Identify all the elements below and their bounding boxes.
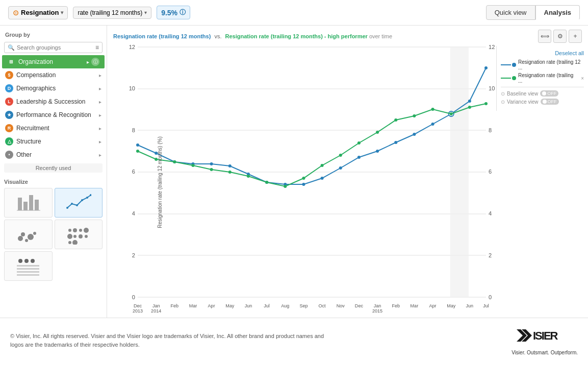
sidebar-item-compensation[interactable]: $ Compensation ▸ xyxy=(0,68,107,82)
chart-tools: ⟺ ⚙ + xyxy=(538,30,582,43)
sidebar-item-other[interactable]: • Other ▸ xyxy=(0,148,107,161)
baseline-toggle-row: ⊙ Baseline view OFF xyxy=(501,90,584,97)
leadership-chevron: ▸ xyxy=(99,99,101,105)
organization-icon: ⊞ xyxy=(7,58,15,66)
sidebar-item-leadership[interactable]: L Leadership & Succession ▸ xyxy=(0,95,107,108)
demographics-label: Demographics xyxy=(16,85,56,92)
svg-point-115 xyxy=(450,112,453,115)
svg-point-93 xyxy=(413,133,416,136)
search-input[interactable] xyxy=(17,44,93,51)
tab-bar: Quick view Analysis xyxy=(486,5,580,20)
svg-text:10: 10 xyxy=(129,85,135,91)
visier-logo-text: ISIER xyxy=(517,325,578,350)
svg-point-12 xyxy=(25,239,28,242)
sidebar-item-performance[interactable]: ★ Performance & Recognition ▸ xyxy=(0,108,107,122)
resignation-icon: ⊙ xyxy=(13,9,19,17)
legend-item-blue: Resignation rate (trailing 12 ... xyxy=(501,59,584,70)
chart-wrapper: Resignation rate (trailing 12 months) (%… xyxy=(138,47,486,318)
viz-heatmap[interactable] xyxy=(4,251,53,281)
legend-line-blue xyxy=(501,64,511,65)
demographics-chevron: ▸ xyxy=(99,86,101,91)
svg-rect-3 xyxy=(35,200,39,210)
legend-green-close[interactable]: × xyxy=(581,76,584,81)
structure-icon: △ xyxy=(5,137,13,146)
svg-point-19 xyxy=(84,228,89,233)
tab-analysis[interactable]: Analysis xyxy=(535,5,580,20)
heatmap-icon xyxy=(15,256,41,276)
search-box[interactable]: 🔍 ≡ xyxy=(4,42,103,53)
visier-tagline: Visier. Outsmart. Outperform. xyxy=(512,350,578,355)
value-text: 9.5% xyxy=(161,9,177,17)
viz-dot-matrix[interactable] xyxy=(55,220,103,249)
organization-label: Organization xyxy=(18,58,53,65)
svg-text:Apr: Apr xyxy=(208,303,215,308)
chart-tool-expand[interactable]: ⟺ xyxy=(538,30,551,43)
recently-used: Recently used xyxy=(4,163,103,173)
svg-text:8: 8 xyxy=(132,127,135,133)
performance-icon: ★ xyxy=(5,111,13,119)
info-icon: ⓘ xyxy=(180,8,186,17)
rate-selector[interactable]: rate (trailing 12 months) ▾ xyxy=(73,7,151,19)
svg-point-17 xyxy=(73,228,77,232)
svg-text:Feb: Feb xyxy=(171,303,179,308)
svg-point-91 xyxy=(376,150,379,153)
sidebar-item-organization[interactable]: ⊞ Organization ▸ ⓘ xyxy=(2,55,105,68)
svg-point-20 xyxy=(67,234,72,239)
search-icon: 🔍 xyxy=(8,44,15,51)
leadership-label: Leadership & Succession xyxy=(16,98,85,105)
svg-text:2014: 2014 xyxy=(151,308,161,314)
chart-tool-settings[interactable]: ⚙ xyxy=(553,30,567,43)
filter-icon[interactable]: ≡ xyxy=(95,44,99,51)
svg-point-88 xyxy=(321,177,324,180)
chart-title: Resignation rate (trailing 12 months) vs… xyxy=(113,33,392,39)
demographics-icon: D xyxy=(5,84,13,92)
svg-text:May: May xyxy=(225,303,235,308)
svg-rect-31 xyxy=(17,271,39,273)
svg-text:6: 6 xyxy=(132,169,135,175)
sidebar: Group by 🔍 ≡ ⊞ Organization ▸ ⓘ $ Compen… xyxy=(0,26,107,318)
sidebar-item-structure[interactable]: △ Structure ▸ xyxy=(0,135,107,148)
svg-point-5 xyxy=(66,207,68,209)
viz-grid xyxy=(4,188,103,281)
svg-point-26 xyxy=(18,259,22,263)
svg-point-14 xyxy=(28,234,34,240)
vs-text: vs. xyxy=(214,33,221,39)
y-axis-label: Resignation rate (trailing 12 months) (%… xyxy=(157,136,163,228)
value-badge: 9.5% ⓘ xyxy=(157,6,190,19)
tab-quick-view[interactable]: Quick view xyxy=(486,5,535,20)
svg-text:ISIER: ISIER xyxy=(533,329,558,342)
svg-text:2013: 2013 xyxy=(133,308,143,314)
sidebar-item-demographics[interactable]: D Demographics ▸ xyxy=(0,82,107,95)
legend-dot-green xyxy=(512,76,516,80)
svg-point-23 xyxy=(85,235,88,238)
svg-text:0: 0 xyxy=(489,294,492,300)
deselect-all[interactable]: Deselect all xyxy=(501,50,584,56)
organization-chevron: ▸ xyxy=(87,59,89,65)
footer-copyright: © Visier, Inc. All rights reserved. Visi… xyxy=(10,332,337,349)
svg-point-114 xyxy=(431,108,434,111)
top-bar: ⊙ Resignation ▾ rate (trailing 12 months… xyxy=(0,0,588,26)
chart-tool-add[interactable]: + xyxy=(569,30,582,43)
svg-point-92 xyxy=(394,141,397,144)
viz-bar-chart[interactable] xyxy=(4,188,53,218)
viz-scatter-plot[interactable] xyxy=(4,220,53,249)
svg-point-82 xyxy=(210,162,213,165)
svg-point-103 xyxy=(228,171,232,174)
metric-pill[interactable]: ⊙ Resignation ▾ xyxy=(8,6,68,19)
svg-point-13 xyxy=(21,232,25,236)
visier-svg-logo: ISIER xyxy=(517,325,578,346)
svg-point-7 xyxy=(76,204,78,206)
svg-rect-30 xyxy=(17,268,39,270)
rate-label: rate (trailing 12 months) xyxy=(78,9,142,16)
variance-toggle[interactable]: OFF xyxy=(541,99,559,105)
svg-point-98 xyxy=(136,150,139,153)
legend-line-green xyxy=(501,78,511,79)
baseline-toggle[interactable]: OFF xyxy=(540,90,558,97)
sidebar-item-recruitment[interactable]: R Recruitment ▸ xyxy=(0,122,107,135)
viz-line-chart[interactable] xyxy=(55,188,103,218)
svg-rect-77 xyxy=(450,47,469,297)
svg-point-108 xyxy=(321,164,324,167)
org-badge: ⓘ xyxy=(91,58,99,66)
footer: © Visier, Inc. All rights reserved. Visi… xyxy=(0,318,588,363)
svg-point-97 xyxy=(484,66,488,69)
